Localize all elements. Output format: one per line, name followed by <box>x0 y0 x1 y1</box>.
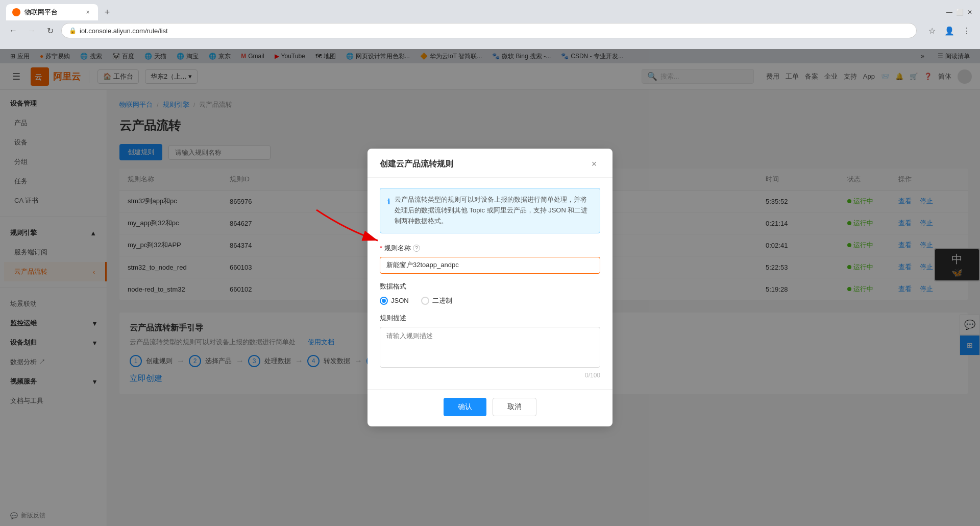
address-bar[interactable]: 🔒 iot.console.aliyun.com/rule/list <box>61 23 917 38</box>
modal-title: 创建云产品流转规则 <box>380 159 453 170</box>
required-star: * <box>380 244 382 252</box>
help-icon[interactable]: ? <box>413 245 420 252</box>
info-icon: ℹ <box>387 196 390 226</box>
rule-name-label: * 规则名称 ? <box>380 244 600 253</box>
modal-overlay[interactable]: 创建云产品流转规则 × ℹ 云产品流转类型的规则可以对设备上报的数据进行简单处理… <box>0 49 980 526</box>
json-radio-circle <box>380 297 388 305</box>
modal-footer: 确认 取消 <box>368 389 612 426</box>
browser-tab[interactable]: 物联网平台 × <box>6 4 98 20</box>
url-text: iot.console.aliyun.com/rule/list <box>80 27 168 35</box>
menu-icon[interactable]: ⋮ <box>960 23 974 38</box>
create-rule-modal: 创建云产品流转规则 × ℹ 云产品流转类型的规则可以对设备上报的数据进行简单处理… <box>368 149 612 426</box>
desc-textarea[interactable] <box>380 327 600 368</box>
info-text: 云产品流转类型的规则可以对设备上报的数据进行简单处理，并将处理后的数据流转到其他… <box>395 195 593 226</box>
data-format-label: 数据格式 <box>380 282 600 291</box>
cancel-button[interactable]: 取消 <box>493 398 536 416</box>
rule-name-field-label: 规则名称 <box>384 244 411 253</box>
json-label: JSON <box>391 297 409 304</box>
forward-button[interactable]: → <box>24 23 39 38</box>
modal-body: ℹ 云产品流转类型的规则可以对设备上报的数据进行简单处理，并将处理后的数据流转到… <box>368 178 612 389</box>
radio-json[interactable]: JSON <box>380 296 409 305</box>
refresh-button[interactable]: ↻ <box>43 23 57 38</box>
tab-favicon <box>12 8 20 16</box>
desc-label: 规则描述 <box>380 314 600 323</box>
char-count: 0/100 <box>380 372 600 379</box>
close-button[interactable]: ✕ <box>966 8 974 16</box>
binary-radio-circle <box>421 297 429 305</box>
rule-name-field[interactable] <box>380 257 600 274</box>
profile-icon[interactable]: 👤 <box>942 23 957 38</box>
info-banner: ℹ 云产品流转类型的规则可以对设备上报的数据进行简单处理，并将处理后的数据流转到… <box>380 188 600 233</box>
modal-close-button[interactable]: × <box>588 158 600 170</box>
maximize-button[interactable]: ⬜ <box>955 8 964 16</box>
radio-binary[interactable]: 二进制 <box>421 296 452 305</box>
star-icon[interactable]: ☆ <box>925 23 939 38</box>
modal-header: 创建云产品流转规则 × <box>368 149 612 178</box>
back-button[interactable]: ← <box>6 23 20 38</box>
tab-close-button[interactable]: × <box>84 8 92 16</box>
tab-title: 物联网平台 <box>24 8 58 17</box>
minimize-button[interactable]: — <box>945 8 953 16</box>
radio-group: JSON 二进制 <box>380 296 600 305</box>
binary-label: 二进制 <box>432 296 452 305</box>
svg-point-0 <box>14 10 19 15</box>
new-tab-button[interactable]: + <box>100 5 114 19</box>
lock-icon: 🔒 <box>69 27 77 34</box>
confirm-button[interactable]: 确认 <box>444 398 486 416</box>
